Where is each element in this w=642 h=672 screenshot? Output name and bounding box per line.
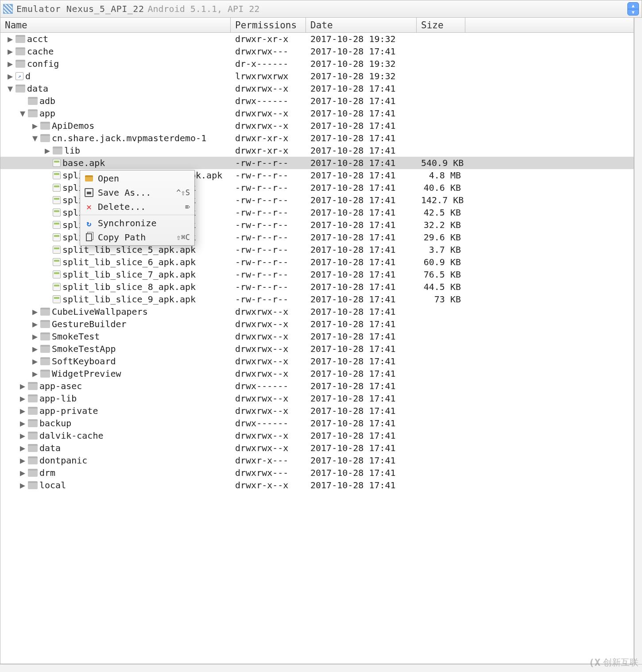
ctx-synchronize[interactable]: ↻Synchronize <box>80 216 194 230</box>
tree-row[interactable]: ▼appdrwxrwx--x2017-10-28 17:41 <box>0 107 634 120</box>
tree-row[interactable]: ▶app-asecdrwx------2017-10-28 17:41 <box>0 380 634 392</box>
expand-arrow-icon[interactable]: ▶ <box>31 368 39 379</box>
expand-arrow-icon[interactable]: ▶ <box>31 306 39 317</box>
node-permissions: -rw-r--r-- <box>231 182 306 193</box>
node-name: dalvik-cache <box>39 430 104 441</box>
tree-row[interactable]: ▶backupdrwx------2017-10-28 17:41 <box>0 417 634 429</box>
node-permissions: drwxrwx--x <box>231 319 306 329</box>
tree-row[interactable]: ▼cn.share.jack.mvpmasterdemo-1drwxr-xr-x… <box>0 132 634 144</box>
file-icon <box>53 159 61 167</box>
collapse-arrow-icon[interactable]: ▼ <box>19 108 26 119</box>
expand-arrow-icon[interactable]: ▶ <box>19 406 26 416</box>
stepper-up-icon[interactable]: ▲ <box>628 3 638 9</box>
node-date: 2017-10-28 17:41 <box>306 46 417 57</box>
tree-row[interactable]: ▶SmokeTestdrwxrwx--x2017-10-28 17:41 <box>0 330 634 343</box>
expand-arrow-icon[interactable]: ▶ <box>7 71 14 81</box>
folder-icon <box>28 469 38 477</box>
node-date: 2017-10-28 17:41 <box>306 294 417 305</box>
expand-arrow-icon[interactable]: ▶ <box>19 443 26 453</box>
folder-icon <box>28 444 38 452</box>
collapse-arrow-icon[interactable]: ▼ <box>31 133 39 143</box>
tree-row[interactable]: ▶SmokeTestAppdrwxrwx--x2017-10-28 17:41 <box>0 343 634 355</box>
expand-arrow-icon[interactable]: ▶ <box>19 467 26 478</box>
tree-row[interactable]: ▶dlrwxrwxrwx2017-10-28 19:32 <box>0 70 634 82</box>
ctx-save-as[interactable]: Save As...^⇧S <box>80 185 194 200</box>
horizontal-scrollbar[interactable] <box>0 664 642 672</box>
node-size: 73 KB <box>417 294 465 305</box>
tree-row[interactable]: ▶ApiDemosdrwxrwx--x2017-10-28 17:41 <box>0 120 634 132</box>
folder-icon <box>40 370 50 378</box>
file-tree-pane[interactable]: Name Permissions Date Size ▶acctdrwxr-xr… <box>0 18 634 664</box>
expand-arrow-icon[interactable]: ▶ <box>19 455 26 466</box>
tree-row[interactable]: ▶app-privatedrwxrwx--x2017-10-28 17:41 <box>0 405 634 417</box>
tree-row[interactable]: split_lib_slice_8_apk.apk-rw-r--r--2017-… <box>0 281 634 293</box>
expand-arrow-icon[interactable]: ▶ <box>44 145 51 156</box>
folder-icon <box>28 97 38 105</box>
expand-arrow-icon[interactable]: ▶ <box>19 393 26 404</box>
expand-arrow-icon[interactable]: ▶ <box>7 58 14 69</box>
tree-row[interactable]: ▶datadrwxrwx--x2017-10-28 17:41 <box>0 442 634 454</box>
expand-arrow-icon[interactable]: ▶ <box>31 356 39 367</box>
tree-row[interactable]: ▶dalvik-cachedrwxrwx--x2017-10-28 17:41 <box>0 429 634 442</box>
tree-row[interactable]: ▶libdrwxr-xr-x2017-10-28 17:41 <box>0 144 634 157</box>
node-date: 2017-10-28 19:32 <box>306 71 417 81</box>
stepper-down-icon[interactable]: ▼ <box>628 9 638 15</box>
expand-arrow-icon[interactable]: ▶ <box>31 344 39 354</box>
column-header-permissions[interactable]: Permissions <box>231 18 306 32</box>
expand-arrow-icon[interactable]: ▶ <box>19 381 26 391</box>
tree-row[interactable]: ▶acctdrwxr-xr-x2017-10-28 19:32 <box>0 33 634 45</box>
node-permissions: drwxrwx--x <box>231 108 306 119</box>
tree-row[interactable]: split_lib_slice_6_apk.apk-rw-r--r--2017-… <box>0 256 634 268</box>
tree-row[interactable]: ▶drmdrwxrwx---2017-10-28 17:41 <box>0 467 634 479</box>
ctx-copy-path[interactable]: Copy Path⇧⌘C <box>80 230 194 244</box>
node-date: 2017-10-28 17:41 <box>306 430 417 441</box>
tree-row[interactable]: ▶configdr-x------2017-10-28 19:32 <box>0 58 634 70</box>
column-header-size[interactable]: Size <box>417 18 465 32</box>
node-size: 142.7 KB <box>417 195 465 205</box>
expand-arrow-icon[interactable]: ▶ <box>19 418 26 429</box>
column-header-name[interactable]: Name <box>0 18 231 32</box>
expand-arrow-icon[interactable]: ▶ <box>31 319 39 329</box>
node-size: 76.5 KB <box>417 269 465 280</box>
node-name: CubeLiveWallpapers <box>52 306 148 317</box>
expand-arrow-icon[interactable]: ▶ <box>19 430 26 441</box>
node-permissions: drwxr-xr-x <box>231 133 306 143</box>
column-header-date[interactable]: Date <box>306 18 417 32</box>
tree-row[interactable]: ▶GestureBuilderdrwxrwx--x2017-10-28 17:4… <box>0 318 634 330</box>
node-name: app-lib <box>39 393 77 404</box>
expand-arrow-icon[interactable]: ▶ <box>31 120 39 131</box>
device-stepper[interactable]: ▲ ▼ <box>627 2 639 15</box>
expand-arrow-icon[interactable]: ▶ <box>7 46 14 57</box>
node-permissions: drwxrwx--x <box>231 406 306 416</box>
tree-row[interactable]: ▶WidgetPreviewdrwxrwx--x2017-10-28 17:41 <box>0 367 634 380</box>
node-name: split_lib_slice_8_apk.apk <box>62 282 196 292</box>
expand-arrow-icon[interactable]: ▶ <box>19 480 26 490</box>
tree-row[interactable]: split_lib_slice_7_apk.apk-rw-r--r--2017-… <box>0 268 634 281</box>
node-name: WidgetPreview <box>52 368 121 379</box>
tree-row[interactable]: ▶app-libdrwxrwx--x2017-10-28 17:41 <box>0 392 634 405</box>
ctx-delete[interactable]: ✕Delete...⌦ <box>80 200 194 214</box>
collapse-arrow-icon[interactable]: ▼ <box>7 83 14 94</box>
folder-icon <box>28 456 38 464</box>
ctx-label: Delete... <box>98 201 146 212</box>
node-size: 44.5 KB <box>417 282 465 292</box>
expand-arrow-icon[interactable]: ▶ <box>7 34 14 44</box>
vertical-scrollbar[interactable] <box>634 18 642 664</box>
tree-row[interactable]: split_lib_slice_9_apk.apk-rw-r--r--2017-… <box>0 293 634 305</box>
node-permissions: drwxr-x--x <box>231 480 306 490</box>
tree-row[interactable]: ▶localdrwxr-x--x2017-10-28 17:41 <box>0 479 634 491</box>
ctx-open[interactable]: Open <box>80 171 194 185</box>
tree-row[interactable]: adbdrwx------2017-10-28 17:41 <box>0 95 634 107</box>
folder-icon <box>28 394 38 402</box>
tree-row[interactable]: ▼datadrwxrwx--x2017-10-28 17:41 <box>0 82 634 95</box>
tree-row[interactable]: base.apk-rw-r--r--2017-10-28 17:41540.9 … <box>0 157 634 169</box>
node-date: 2017-10-28 17:41 <box>306 418 417 429</box>
tree-row[interactable]: ▶dontpanicdrwxr-x---2017-10-28 17:41 <box>0 454 634 467</box>
node-size: 42.5 KB <box>417 207 465 218</box>
tree-row[interactable]: ▶SoftKeyboarddrwxrwx--x2017-10-28 17:41 <box>0 355 634 367</box>
tree-row[interactable]: ▶CubeLiveWallpapersdrwxrwx--x2017-10-28 … <box>0 305 634 318</box>
tree-row[interactable]: ▶cachedrwxrwx---2017-10-28 17:41 <box>0 45 634 58</box>
folder-icon <box>28 481 38 489</box>
context-menu[interactable]: OpenSave As...^⇧S✕Delete...⌦↻Synchronize… <box>80 170 195 246</box>
expand-arrow-icon[interactable]: ▶ <box>31 331 39 342</box>
